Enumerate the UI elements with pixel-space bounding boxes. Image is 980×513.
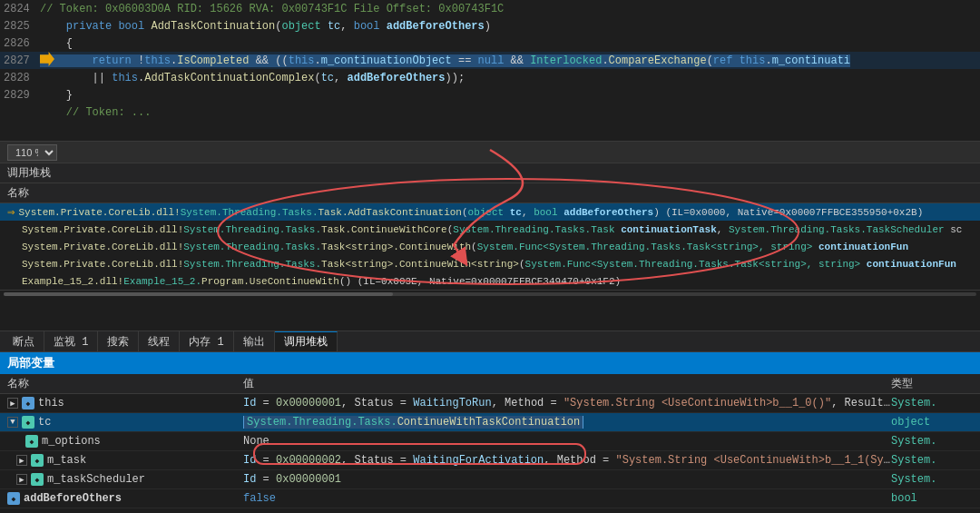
var-label-this: this	[38, 397, 64, 409]
tab-memory1[interactable]: 内存 1	[180, 331, 233, 351]
lv-val-m-task: Id = 0x00000002, Status = WaitingForActi…	[243, 454, 891, 467]
code-editor: 2824 // Token: 0x06003D0A RID: 15626 RVA…	[0, 0, 980, 141]
tab-breakpoints[interactable]: 断点	[4, 331, 44, 351]
expand-this[interactable]: ▶	[7, 398, 18, 409]
lv-val-addbeforeothers: false	[243, 492, 891, 505]
var-label-m-task: m_task	[47, 454, 86, 467]
zoom-bar: 110 % 100 % 125 %	[0, 141, 980, 163]
lv-row-tc[interactable]: ▼ ◆ tc System.Threading.Tasks.ContinueWi…	[0, 413, 980, 432]
code-line-extra: // Token: ...	[0, 104, 980, 121]
lv-type-m-task: System.	[891, 454, 973, 467]
call-stack-row-label-2: System.Private.CoreLib.dll!System.Thread…	[22, 242, 908, 252]
line-content-2828: || this.AddTaskContinuationComplex(tc, a…	[40, 72, 465, 84]
callstack-scrollbar-track	[4, 292, 976, 296]
var-icon-addbeforeothers: ◆	[7, 492, 20, 505]
callstack-scrollbar[interactable]	[0, 290, 980, 297]
line-content-extra: // Token: ...	[40, 106, 151, 119]
var-label-m-taskscheduler: m_taskScheduler	[47, 473, 145, 486]
lv-col-type: 类型	[891, 376, 973, 391]
local-vars-section: 局部变量 名称 值 类型 ▶ ◆ this Id = 0x00000001, S…	[0, 352, 980, 513]
line-num-2828: 2828	[4, 72, 40, 84]
lv-type-this: System.	[891, 397, 973, 409]
call-stack-title: 调用堆栈	[7, 167, 51, 180]
call-stack-row-1[interactable]: System.Private.CoreLib.dll!System.Thread…	[0, 221, 980, 238]
tab-callstack[interactable]: 调用堆栈	[275, 331, 338, 351]
lv-type-addbeforeothers: bool	[891, 492, 973, 505]
code-line-2824: 2824 // Token: 0x06003D0A RID: 15626 RVA…	[0, 0, 980, 17]
var-icon-tc: ◆	[22, 416, 34, 429]
lv-name-m-options: ◆ m_options	[7, 435, 243, 448]
line-num-2827: 2827	[4, 54, 40, 67]
expand-m-task[interactable]: ▶	[16, 455, 27, 466]
tab-threads[interactable]: 线程	[139, 331, 180, 351]
tabs-bar: 断点 监视 1 搜索 线程 内存 1 输出 调用堆栈	[0, 330, 980, 352]
tab-output[interactable]: 输出	[234, 331, 275, 351]
lv-type-tc: object	[891, 416, 973, 429]
lv-col-val: 值	[243, 376, 891, 391]
lv-name-this: ▶ ◆ this	[7, 397, 243, 409]
var-label-addbeforeothers: addBeforeOthers	[24, 492, 122, 505]
lv-name-addbeforeothers: ◆ addBeforeOthers	[7, 492, 243, 505]
local-vars-title: 局部变量	[7, 357, 54, 370]
code-line-2829: 2829 }	[0, 86, 980, 104]
callstack-scrollbar-thumb	[4, 292, 393, 296]
var-label-m-options: m_options	[42, 435, 101, 448]
code-lines: 2824 // Token: 0x06003D0A RID: 15626 RVA…	[0, 0, 980, 121]
local-vars-header: 局部变量	[0, 352, 980, 374]
main-wrapper: 2824 // Token: 0x06003D0A RID: 15626 RVA…	[0, 0, 980, 513]
expand-tc[interactable]: ▼	[7, 417, 18, 428]
line-num-2825: 2825	[4, 20, 40, 33]
line-content-2829: }	[40, 89, 73, 102]
lv-type-m-options: System.	[891, 435, 973, 448]
var-icon-m-taskscheduler: ◆	[31, 473, 44, 486]
var-label-tc: tc	[38, 416, 51, 429]
tab-watch1[interactable]: 监视 1	[44, 331, 98, 351]
local-vars-columns: 名称 值 类型	[0, 374, 980, 394]
call-stack-col-name: 名称	[7, 187, 29, 200]
lv-val-m-taskscheduler: Id = 0x00000001	[243, 473, 891, 486]
code-line-2825: 2825 private bool AddTaskContinuation(ob…	[0, 17, 980, 35]
lv-type-m-taskscheduler: System.	[891, 473, 973, 486]
line-num-2826: 2826	[4, 37, 40, 50]
call-stack-row-3[interactable]: System.Private.CoreLib.dll!System.Thread…	[0, 255, 980, 272]
call-stack-row-label-4: Example_15_2.dll!Example_15_2.Program.Us…	[22, 276, 621, 287]
var-icon-m-task: ◆	[31, 454, 44, 467]
zoom-select[interactable]: 110 % 100 % 125 %	[7, 144, 57, 161]
var-icon-m-options: ◆	[25, 435, 38, 448]
lv-row-m-options[interactable]: ◆ m_options None System.	[0, 432, 980, 451]
lv-val-tc: System.Threading.Tasks.ContinueWithTaskC…	[243, 416, 891, 429]
var-icon-this: ◆	[22, 397, 34, 409]
lv-row-this[interactable]: ▶ ◆ this Id = 0x00000001, Status = Waiti…	[0, 394, 980, 413]
lv-name-tc: ▼ ◆ tc	[7, 416, 243, 429]
call-stack-row-0[interactable]: ⇒ System.Private.CoreLib.dll!System.Thre…	[0, 203, 980, 221]
lv-name-m-taskscheduler: ▶ ◆ m_taskScheduler	[7, 473, 243, 486]
code-line-2827: 2827 return !this.IsCompleted && ((this.…	[0, 52, 980, 69]
call-stack-row-2[interactable]: System.Private.CoreLib.dll!System.Thread…	[0, 238, 980, 255]
call-stack-row-label-1: System.Private.CoreLib.dll!System.Thread…	[22, 224, 962, 235]
line-num-2824: 2824	[4, 3, 40, 15]
line-content-2827: return !this.IsCompleted && ((this.m_con…	[40, 54, 850, 67]
expand-m-taskscheduler[interactable]: ▶	[16, 474, 27, 485]
tab-search[interactable]: 搜索	[98, 331, 139, 351]
call-stack-column-header: 名称	[0, 183, 980, 203]
line-content-2824: // Token: 0x06003D0A RID: 15626 RVA: 0x0…	[40, 3, 504, 15]
call-stack-section: 调用堆栈 名称 ⇒ System.Private.CoreLib.dll!Sys…	[0, 163, 980, 330]
call-stack-row-label-3: System.Private.CoreLib.dll!System.Thread…	[22, 259, 956, 270]
lv-row-m-taskscheduler[interactable]: ▶ ◆ m_taskScheduler Id = 0x00000001 Syst…	[0, 470, 980, 489]
call-stack-row-label-0: System.Private.CoreLib.dll!System.Thread…	[18, 207, 923, 218]
code-line-2828: 2828 || this.AddTaskContinuationComplex(…	[0, 69, 980, 86]
lv-val-m-options: None	[243, 435, 891, 448]
lv-col-name: 名称	[7, 376, 243, 391]
code-line-2826: 2826 {	[0, 35, 980, 52]
line-content-2826: {	[40, 37, 73, 50]
call-stack-arrow-icon: ⇒	[7, 204, 15, 220]
lv-name-m-task: ▶ ◆ m_task	[7, 454, 243, 467]
lv-val-this: Id = 0x00000001, Status = WaitingToRun, …	[243, 397, 891, 409]
lv-row-m-task[interactable]: ▶ ◆ m_task Id = 0x00000002, Status = Wai…	[0, 451, 980, 470]
call-stack-row-4[interactable]: Example_15_2.dll!Example_15_2.Program.Us…	[0, 272, 980, 290]
line-num-2829: 2829	[4, 89, 40, 102]
lv-row-addbeforeothers[interactable]: ◆ addBeforeOthers false bool	[0, 489, 980, 508]
call-stack-header: 调用堆栈	[0, 163, 980, 183]
line-content-2825: private bool AddTaskContinuation(object …	[40, 20, 491, 33]
